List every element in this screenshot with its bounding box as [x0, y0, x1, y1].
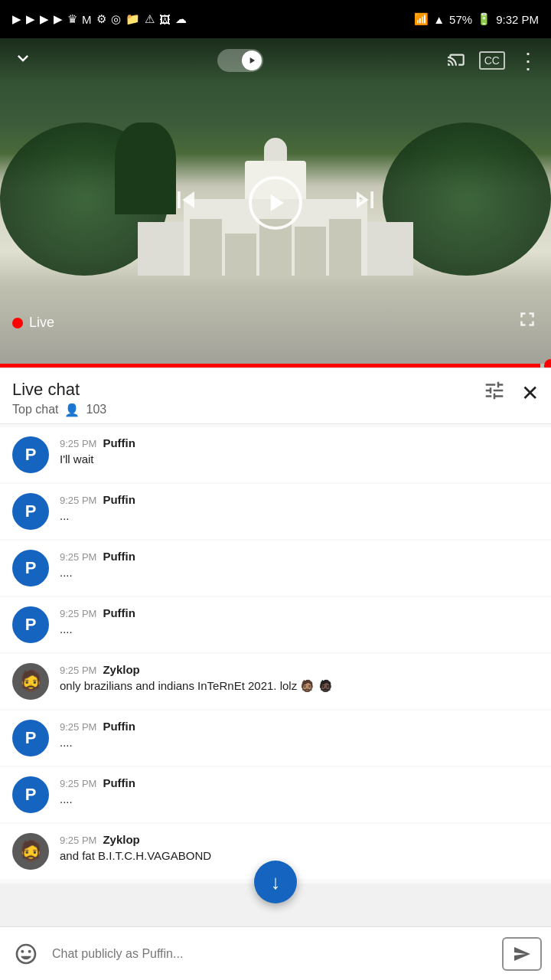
msg-meta-5: 9:25 PM Zyklop [60, 663, 539, 676]
send-message-button[interactable] [502, 937, 542, 971]
avatar-6: P [12, 720, 49, 756]
chat-message-5: 🧔 9:25 PM Zyklop only brazilians and ind… [0, 654, 551, 709]
toggle-circle [242, 51, 262, 70]
top-chat-label[interactable]: Top chat [12, 403, 58, 416]
video-controls-center [217, 49, 263, 72]
close-chat-button[interactable]: ✕ [521, 381, 539, 406]
yt-icon: ▶ [12, 12, 21, 26]
msg-content-3: 9:25 PM Puffin .... [60, 550, 539, 580]
crown-icon: ♛ [67, 12, 77, 26]
cc-button[interactable]: CC [479, 51, 505, 70]
msg-author-7: Puffin [103, 776, 135, 789]
msg-text-8: and fat B.I.T.C.H.VAGABOND [60, 848, 539, 864]
status-icons-left: ▶ ▶ ▶ ▶ ♛ M ⚙ ◎ 📁 ⚠ 🖼 ☁ [12, 12, 187, 26]
msg-time-2: 9:25 PM [60, 495, 96, 506]
video-player[interactable]: CC ⋮ Live [0, 38, 551, 368]
fullscreen-button[interactable] [516, 308, 539, 335]
avatar-1: P [12, 436, 49, 473]
collapse-button[interactable] [12, 47, 34, 74]
msg-time-6: 9:25 PM [60, 721, 96, 733]
chat-input[interactable] [52, 947, 493, 961]
chat-header-left: Live chat Top chat 👤 103 [12, 379, 106, 417]
play-button[interactable] [249, 176, 302, 230]
progress-dot [544, 359, 551, 368]
msg-text-3: .... [60, 564, 539, 580]
msg-author-3: Puffin [103, 550, 135, 563]
chat-subtitle: Top chat 👤 103 [12, 403, 106, 417]
chat-messages-list: P 9:25 PM Puffin I'll wait P 9:25 PM Puf… [0, 424, 551, 884]
msg-content-4: 9:25 PM Puffin .... [60, 606, 539, 637]
cast-button[interactable] [447, 48, 467, 73]
msg-text-2: ... [60, 508, 539, 524]
msg-text-1: I'll wait [60, 451, 539, 467]
msg-meta-1: 9:25 PM Puffin [60, 436, 539, 449]
live-label: Live [29, 315, 54, 331]
viewer-icon: 👤 [64, 403, 80, 417]
avatar-8: 🧔 [12, 833, 49, 870]
video-progress-bar[interactable] [0, 364, 551, 368]
msg-content-1: 9:25 PM Puffin I'll wait [60, 436, 539, 467]
folder-icon: 📁 [126, 12, 140, 26]
msg-text-7: .... [60, 791, 539, 807]
autoplay-toggle[interactable] [217, 49, 263, 72]
msg-meta-4: 9:25 PM Puffin [60, 606, 539, 619]
msg-text-4: .... [60, 621, 539, 637]
wifi-icon: 📶 [414, 12, 429, 26]
mastodon-icon: M [82, 13, 92, 26]
cloud-icon: ☁ [175, 12, 187, 26]
avatar-3: P [12, 550, 49, 586]
msg-meta-7: 9:25 PM Puffin [60, 776, 539, 789]
signal-icon: ▲ [433, 13, 445, 26]
filter-button[interactable] [483, 379, 506, 407]
live-chat-container: Live chat Top chat 👤 103 ✕ P 9:25 PM Puf… [0, 368, 551, 884]
msg-meta-2: 9:25 PM Puffin [60, 493, 539, 506]
viewer-count: 103 [86, 403, 106, 416]
chat-message-6: P 9:25 PM Puffin .... [0, 710, 551, 766]
msg-time-1: 9:25 PM [60, 438, 96, 449]
progress-fill [0, 364, 540, 368]
emoji-button[interactable] [9, 937, 43, 971]
msg-text-5: only brazilians and indians InTeRnEt 202… [60, 678, 539, 694]
chat-header-actions: ✕ [483, 379, 539, 407]
msg-meta-8: 9:25 PM Zyklop [60, 833, 539, 846]
video-controls-right: CC ⋮ [447, 48, 539, 74]
msg-content-6: 9:25 PM Puffin .... [60, 720, 539, 750]
msg-author-5: Zyklop [103, 663, 139, 676]
yt-icon4: ▶ [54, 12, 63, 26]
avatar-7: P [12, 776, 49, 813]
msg-time-8: 9:25 PM [60, 835, 96, 846]
live-dot [12, 318, 23, 328]
live-badge: Live [12, 315, 54, 331]
avatar-2: P [12, 493, 49, 530]
battery-icon: 🔋 [477, 12, 491, 26]
wh-dome [264, 138, 287, 161]
previous-button[interactable] [169, 183, 203, 224]
chat-message-3: P 9:25 PM Puffin .... [0, 541, 551, 596]
time-display: 9:32 PM [496, 13, 539, 26]
yt-icon3: ▶ [40, 12, 49, 26]
chat-message-4: P 9:25 PM Puffin .... [0, 597, 551, 652]
chat-input-bar [0, 926, 551, 980]
chat-message-7: P 9:25 PM Puffin .... [0, 767, 551, 822]
msg-content-8: 9:25 PM Zyklop and fat B.I.T.C.H.VAGABON… [60, 833, 539, 864]
circle-icon: ◎ [111, 12, 121, 26]
status-info-right: 📶 ▲ 57% 🔋 9:32 PM [414, 12, 539, 26]
msg-meta-6: 9:25 PM Puffin [60, 720, 539, 733]
msg-content-2: 9:25 PM Puffin ... [60, 493, 539, 524]
avatar-5: 🧔 [12, 663, 49, 700]
scroll-to-bottom-button[interactable]: ↓ [254, 861, 297, 903]
battery-percentage: 57% [449, 13, 472, 26]
msg-time-3: 9:25 PM [60, 551, 96, 563]
msg-time-5: 9:25 PM [60, 665, 96, 676]
chat-message-2: P 9:25 PM Puffin ... [0, 484, 551, 539]
status-bar: ▶ ▶ ▶ ▶ ♛ M ⚙ ◎ 📁 ⚠ 🖼 ☁ 📶 ▲ 57% 🔋 9:32 P… [0, 0, 551, 38]
msg-author-1: Puffin [103, 436, 135, 449]
msg-content-5: 9:25 PM Zyklop only brazilians and india… [60, 663, 539, 694]
next-button[interactable] [348, 183, 382, 224]
chat-title: Live chat [12, 379, 106, 401]
msg-content-7: 9:25 PM Puffin .... [60, 776, 539, 807]
avatar-4: P [12, 606, 49, 643]
more-options-button[interactable]: ⋮ [517, 48, 539, 74]
scroll-down-icon: ↓ [271, 871, 281, 894]
msg-author-4: Puffin [103, 606, 135, 619]
